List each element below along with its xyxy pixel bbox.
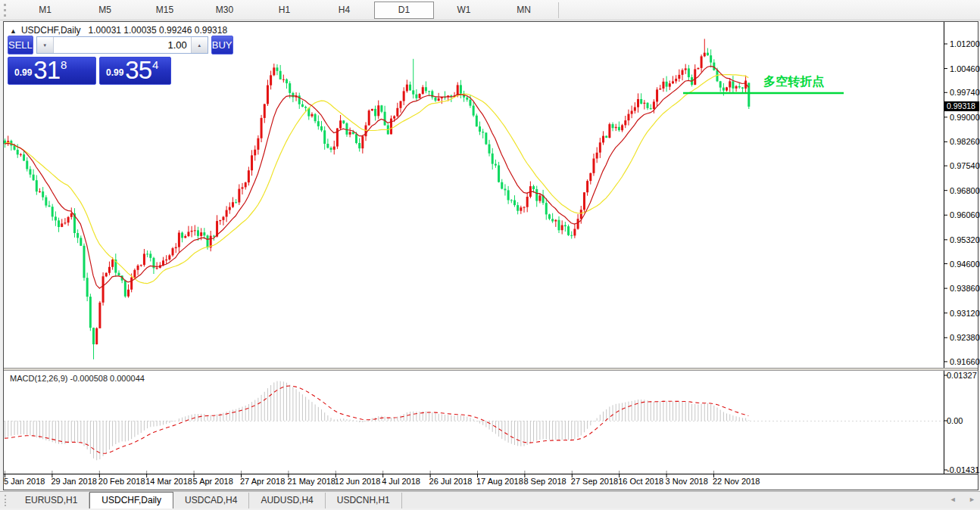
svg-text:0.92380: 0.92380 [950, 333, 980, 342]
current-price-badge: 0.99318 [944, 101, 979, 111]
symbol-marker-icon: ▲ [10, 27, 17, 35]
symbol-period-label: USDCHF,Daily [21, 25, 81, 36]
buy-price-prefix: 0.99 [106, 67, 123, 78]
buy-price-point: 4 [152, 58, 158, 71]
svg-text:26 Jul 2018: 26 Jul 2018 [429, 477, 473, 486]
svg-text:17 Aug 2018: 17 Aug 2018 [476, 477, 523, 486]
svg-text:0.96060: 0.96060 [950, 210, 980, 219]
sell-button[interactable]: SELL [8, 36, 33, 54]
chart-tab-bar: EURUSD,H1USDCHF,DailyUSDCAD,H4AUDUSD,H4U… [0, 491, 980, 508]
svg-text:0.00: 0.00 [947, 416, 963, 425]
svg-text:8 Sep 2018: 8 Sep 2018 [523, 477, 566, 486]
chart-tab-usdcad[interactable]: USDCAD,H4 [173, 493, 249, 508]
chart-tab-usdcnh[interactable]: USDCNH,H1 [326, 493, 402, 508]
svg-text:14 Mar 2018: 14 Mar 2018 [145, 477, 192, 486]
svg-text:0.99740: 0.99740 [950, 88, 980, 97]
chart-tab-usdchf[interactable]: USDCHF,Daily [89, 492, 173, 508]
svg-text:0.94600: 0.94600 [950, 260, 980, 269]
svg-text:0.91660: 0.91660 [950, 357, 980, 366]
trendline-annotation-label[interactable]: 多空转折点 [763, 74, 824, 90]
svg-text:20 Feb 2018: 20 Feb 2018 [98, 477, 145, 486]
svg-text:0.93860: 0.93860 [950, 284, 980, 293]
sell-price-box[interactable]: 0.99 31 8 [8, 57, 96, 85]
sell-price-pips: 31 [33, 58, 60, 83]
ohlc-values: 1.00031 1.00035 0.99246 0.99318 [89, 25, 228, 36]
chart-tabs: EURUSD,H1USDCHF,DailyUSDCAD,H4AUDUSD,H4U… [14, 492, 402, 508]
svg-text:0.98260: 0.98260 [950, 137, 980, 146]
svg-text:16 Oct 2018: 16 Oct 2018 [618, 477, 663, 486]
svg-text:0.96800: 0.96800 [950, 186, 980, 195]
svg-text:0.99000: 0.99000 [950, 113, 980, 122]
buy-price-box[interactable]: 0.99 35 4 [99, 57, 171, 85]
svg-text:0.97540: 0.97540 [950, 161, 980, 170]
chart-tab-eurusd[interactable]: EURUSD,H1 [14, 493, 89, 508]
svg-text:0.01327: 0.01327 [947, 371, 977, 380]
svg-text:29 Jan 2018: 29 Jan 2018 [51, 477, 97, 486]
sell-price-point: 8 [61, 58, 67, 71]
volume-increase-icon[interactable]: ▲ [191, 37, 208, 53]
svg-text:21 May 2018: 21 May 2018 [287, 477, 336, 486]
macd-indicator-label: MACD(12,26,9) -0.000508 0.000044 [10, 374, 145, 383]
svg-text:1.01200: 1.01200 [950, 39, 980, 48]
svg-text:0.93120: 0.93120 [950, 309, 980, 318]
tab-scroll-arrows: ◄ ► [939, 496, 975, 503]
one-click-trade-panel: SELL ▼ ▲ BUY 0.99 31 8 0.99 35 4 [8, 36, 171, 85]
buy-price-pips: 35 [125, 58, 151, 83]
svg-text:5 Jan 2018: 5 Jan 2018 [4, 477, 45, 486]
volume-input[interactable] [54, 37, 191, 53]
svg-text:22 Nov 2018: 22 Nov 2018 [713, 477, 760, 486]
sell-price-prefix: 0.99 [14, 67, 32, 78]
buy-button[interactable]: BUY [211, 36, 233, 54]
svg-text:1.00460: 1.00460 [950, 64, 980, 73]
tab-scroll-right-icon[interactable]: ► [969, 496, 975, 503]
svg-text:0.95320: 0.95320 [950, 235, 980, 244]
tabbar-drag-grip[interactable] [5, 495, 8, 506]
svg-text:4 Jul 2018: 4 Jul 2018 [382, 477, 420, 486]
svg-text:12 Jun 2018: 12 Jun 2018 [335, 477, 381, 486]
tab-scroll-left-icon[interactable]: ◄ [950, 496, 957, 503]
svg-text:27 Apr 2018: 27 Apr 2018 [240, 477, 285, 486]
volume-spinner: ▼ ▲ [36, 36, 208, 54]
svg-text:27 Sep 2018: 27 Sep 2018 [571, 477, 618, 486]
svg-text:3 Nov 2018: 3 Nov 2018 [666, 477, 708, 486]
volume-decrease-icon[interactable]: ▼ [37, 37, 54, 53]
chart-title: ▲USDCHF,Daily1.00031 1.00035 0.99246 0.9… [10, 25, 227, 36]
svg-text:-0.01431: -0.01431 [947, 465, 979, 474]
chart-tab-audusd[interactable]: AUDUSD,H4 [249, 493, 325, 508]
svg-text:5 Apr 2018: 5 Apr 2018 [193, 477, 233, 486]
